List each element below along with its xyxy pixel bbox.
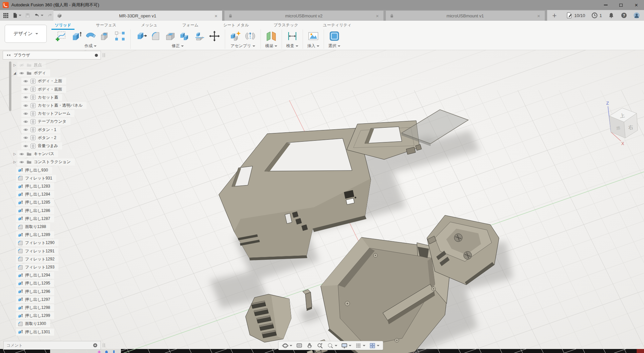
- feature-row-content[interactable]: 押し出し1297: [16, 296, 54, 303]
- viewcube-right-face[interactable]: 右: [628, 124, 634, 130]
- feature-row[interactable]: 押し出し1299: [16, 312, 54, 319]
- create-sketch-button[interactable]: [55, 30, 67, 42]
- ribbon-tab[interactable]: メッシュ: [140, 22, 159, 29]
- feature-row-content[interactable]: 押し出し1286: [16, 207, 54, 214]
- undo-button[interactable]: [33, 12, 44, 19]
- feature-row-content[interactable]: フィレット1293: [16, 264, 58, 271]
- close-button[interactable]: ✕: [629, 0, 644, 10]
- maximize-button[interactable]: [613, 0, 629, 10]
- feature-row[interactable]: 押し出し1285: [16, 199, 54, 206]
- tool-group-label[interactable]: 検査: [286, 43, 298, 49]
- document-tab[interactable]: microUSBmount v1×: [386, 11, 545, 21]
- select-button[interactable]: [328, 30, 340, 42]
- browser-tree-row[interactable]: ボタン・2: [21, 134, 60, 141]
- comment-add-icon[interactable]: [93, 343, 98, 348]
- feature-row-content[interactable]: 面取り1300: [16, 320, 50, 327]
- move-button[interactable]: [208, 30, 220, 42]
- feature-row[interactable]: 押し出し1295: [16, 280, 54, 287]
- feature-row-content[interactable]: 押し出し1284: [16, 191, 54, 198]
- scene-svg[interactable]: Z X 上 右 前: [0, 50, 644, 353]
- tab-close-button[interactable]: ×: [536, 13, 541, 19]
- feature-row[interactable]: 押し出し1286: [16, 207, 54, 214]
- save-button[interactable]: [24, 12, 31, 19]
- revolve-button[interactable]: [85, 30, 97, 42]
- feature-row-content[interactable]: フィレット1290: [16, 239, 58, 246]
- job-status-button[interactable]: 10/10: [566, 12, 585, 19]
- feature-row[interactable]: 面取り1300: [16, 320, 50, 327]
- browser-tree-row[interactable]: 音量つまみ: [21, 142, 62, 149]
- tab-close-button[interactable]: ×: [213, 13, 219, 19]
- browser-scrollbar[interactable]: [9, 62, 11, 111]
- feature-row[interactable]: 面取り1288: [16, 223, 50, 230]
- feature-row-content[interactable]: フィレット1292: [16, 256, 58, 263]
- document-tab[interactable]: microUSBmount v2×: [224, 11, 383, 21]
- press-pull-button[interactable]: [135, 30, 147, 42]
- feature-row[interactable]: 押し出し930: [16, 167, 52, 174]
- feature-row[interactable]: 押し出し1289: [16, 231, 54, 238]
- look-at-button[interactable]: [296, 342, 303, 349]
- file-menu-button[interactable]: [11, 12, 22, 19]
- tree-row-content[interactable]: テープカウンタ: [21, 118, 70, 125]
- browser-tree-row[interactable]: ボタン・1: [21, 126, 60, 133]
- feature-row-content[interactable]: 押し出し1301: [16, 329, 54, 336]
- expand-node-icon[interactable]: ▷: [12, 63, 17, 67]
- browser-tree-row[interactable]: テープカウンタ: [21, 118, 70, 125]
- browser-tree-row[interactable]: ボディ・上面: [21, 78, 66, 85]
- combine-button[interactable]: [179, 30, 191, 42]
- notification-clock-button[interactable]: 1: [591, 12, 602, 19]
- ribbon-tab[interactable]: サーフェス: [95, 22, 118, 29]
- document-tab[interactable]: MR-33DR_open v1×: [53, 11, 222, 21]
- browser-tree-row[interactable]: カセットフレーム: [21, 110, 74, 117]
- viewport-3d[interactable]: Z X 上 右 前: [0, 50, 644, 353]
- feature-row-content[interactable]: 押し出し1285: [16, 199, 54, 206]
- tool-group-label[interactable]: 構築: [265, 43, 277, 49]
- browser-tree-row[interactable]: ▷原点: [12, 62, 46, 69]
- feature-row[interactable]: フィレット1291: [16, 248, 58, 255]
- browser-tree-row[interactable]: カセット蓋: [21, 94, 62, 101]
- view-cube[interactable]: Z X 上 右 前: [606, 101, 638, 146]
- feature-row-content[interactable]: フィレット1291: [16, 248, 58, 255]
- feature-row-content[interactable]: 押し出し1283: [16, 183, 54, 190]
- tree-row-content[interactable]: 原点: [17, 62, 46, 69]
- minimize-button[interactable]: [598, 0, 613, 10]
- feature-row-content[interactable]: 押し出し1296: [16, 288, 54, 295]
- tool-group-label[interactable]: 選択: [328, 43, 340, 49]
- ribbon-tab[interactable]: シート メタル: [222, 22, 250, 29]
- browser-tree-row[interactable]: ボディ・底面: [21, 86, 66, 93]
- browser-tree-row[interactable]: カセット蓋・透明パネル: [21, 102, 87, 109]
- feature-row-content[interactable]: 押し出し1298: [16, 304, 54, 311]
- feature-row[interactable]: 押し出し1283: [16, 183, 54, 190]
- feature-row-content[interactable]: 面取り1288: [16, 223, 50, 230]
- help-button[interactable]: ?: [621, 12, 627, 19]
- feature-row[interactable]: フィレット1290: [16, 239, 58, 246]
- collapse-node-icon[interactable]: ◢: [12, 71, 17, 75]
- feature-row[interactable]: フィレット1292: [16, 256, 58, 263]
- alerts-bell-button[interactable]: [608, 12, 615, 19]
- feature-row-content[interactable]: 押し出し1287: [16, 215, 54, 222]
- browser-options-dot-icon[interactable]: [95, 54, 98, 57]
- feature-row[interactable]: 押し出し1296: [16, 288, 54, 295]
- workspace-selector-button[interactable]: デザイン: [5, 25, 47, 43]
- hole-button[interactable]: [99, 30, 111, 42]
- tool-group-label[interactable]: 作成: [85, 43, 97, 49]
- comment-resize-handle[interactable]: [103, 343, 105, 347]
- viewcube-top-face[interactable]: 上: [619, 112, 625, 119]
- account-avatar[interactable]: [633, 12, 640, 19]
- tree-row-content[interactable]: キャンバス: [17, 150, 58, 157]
- pan-button[interactable]: [306, 342, 313, 349]
- insert-canvas-button[interactable]: [307, 30, 319, 42]
- feature-row[interactable]: フィレット1293: [16, 264, 58, 271]
- browser-resize-handle[interactable]: [103, 53, 105, 57]
- fit-button[interactable]: [327, 342, 337, 349]
- pattern-button[interactable]: [114, 30, 126, 42]
- feature-row[interactable]: フィレット931: [16, 175, 56, 182]
- feature-row-content[interactable]: 押し出し1294: [16, 272, 54, 279]
- tree-row-content[interactable]: ボディ・底面: [21, 86, 66, 93]
- tree-row-content[interactable]: カセット蓋・透明パネル: [21, 102, 87, 109]
- joint-button[interactable]: [244, 30, 256, 42]
- tree-row-content[interactable]: カセットフレーム: [21, 110, 74, 117]
- feature-row-content[interactable]: 押し出し1295: [16, 280, 54, 287]
- feature-row[interactable]: 押し出し1298: [16, 304, 54, 311]
- tree-row-content[interactable]: ボディ・上面: [21, 78, 66, 85]
- browser-tree-row[interactable]: ▷コンストラクション: [12, 158, 75, 165]
